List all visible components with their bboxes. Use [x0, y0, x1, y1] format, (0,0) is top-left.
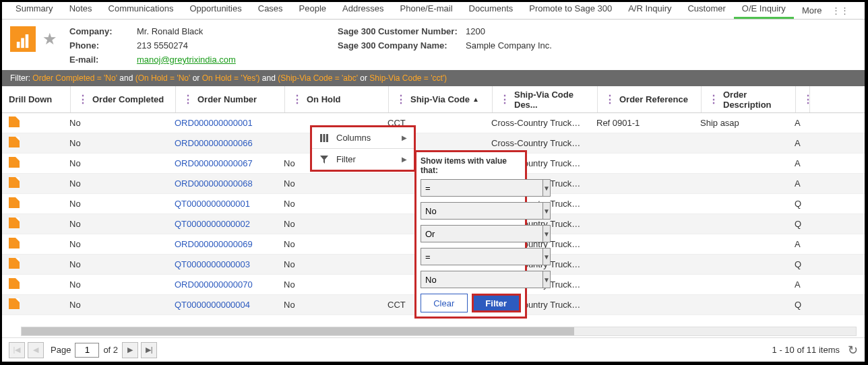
drill-down-icon[interactable]	[9, 258, 20, 269]
tab-a-r-inquiry[interactable]: A/R Inquiry	[620, 2, 679, 19]
column-order-description[interactable]: ⋮Order Description	[702, 86, 796, 112]
more-tab[interactable]: More	[797, 3, 828, 19]
drill-down-cell[interactable]	[2, 238, 63, 251]
column-order-reference[interactable]: ⋮Order Reference	[598, 86, 702, 112]
tab-promote-to-sage-300[interactable]: Promote to Sage 300	[521, 2, 620, 19]
pager-page-input[interactable]	[75, 343, 99, 358]
last-cell: A	[788, 279, 802, 290]
column-menu-icon[interactable]: ⋮	[604, 97, 614, 102]
apply-filter-button[interactable]: Filter	[474, 296, 520, 310]
column-menu-icon[interactable]: ⋮	[292, 97, 301, 102]
order-number-link[interactable]: QT0000000000001	[168, 199, 277, 209]
drill-down-icon[interactable]	[9, 218, 20, 228]
column-menu-icon[interactable]: ⋮	[396, 97, 405, 102]
tab-opportunities[interactable]: Opportunities	[181, 2, 249, 19]
table-row[interactable]: NoORD000000000001CCTCross-Country Trucki…	[2, 113, 865, 133]
tab-cases[interactable]: Cases	[250, 2, 291, 19]
drill-down-cell[interactable]	[2, 177, 63, 190]
completed-cell: No	[63, 279, 168, 290]
submenu-arrow-icon: ▶	[402, 134, 407, 141]
column-menu-icon[interactable]: ⋮	[78, 97, 87, 102]
column-menu-icon[interactable]: ⋮	[499, 97, 509, 102]
column-on-hold[interactable]: ⋮On Hold	[285, 86, 389, 112]
tab-documents[interactable]: Documents	[461, 2, 522, 19]
column-ship-via-code[interactable]: ⋮Ship-Via Code▲	[389, 86, 493, 112]
order-number-link[interactable]: QT0000000000004	[168, 300, 277, 310]
dropdown-arrow-icon[interactable]: ▼	[543, 271, 551, 288]
tab-o-e-inquiry[interactable]: O/E Inquiry	[734, 2, 794, 19]
tab-phone-e-mail[interactable]: Phone/E-mail	[392, 2, 461, 19]
order-number-link[interactable]: QT0000000000002	[168, 219, 277, 229]
drill-down-icon[interactable]	[9, 137, 20, 147]
order-number-link[interactable]: ORD000000000001	[168, 118, 277, 128]
filter-operator-2[interactable]	[421, 248, 543, 265]
drill-down-cell[interactable]	[2, 117, 63, 129]
tab-customer[interactable]: Customer	[679, 2, 733, 19]
favorite-star-icon[interactable]: ★	[42, 30, 57, 48]
tab-communications[interactable]: Communications	[100, 2, 182, 19]
scrollbar-thumb[interactable]	[22, 327, 574, 335]
column-drill-down[interactable]: Drill Down	[2, 86, 71, 112]
menu-item-columns[interactable]: Columns ▶	[312, 127, 414, 148]
drill-down-cell[interactable]	[2, 137, 63, 150]
column-menu-icon[interactable]: ⋮	[803, 97, 812, 102]
more-dots-icon[interactable]: ⋮⋮	[829, 3, 852, 19]
s300-number-value: 1200	[466, 26, 614, 36]
drill-down-cell[interactable]	[2, 278, 63, 291]
column-menu-icon[interactable]: ⋮	[708, 97, 718, 102]
tab-summary[interactable]: Summary	[7, 2, 61, 19]
column-last[interactable]: ⋮	[796, 86, 810, 112]
pager-last-button[interactable]: ▶|	[141, 342, 157, 358]
order-number-link[interactable]: ORD000000000069	[168, 239, 277, 249]
filter-value-1[interactable]	[421, 202, 543, 220]
email-link[interactable]: manoj@greytrixindia.com	[137, 55, 285, 65]
dropdown-arrow-icon[interactable]: ▼	[543, 225, 551, 242]
tab-addresses[interactable]: Addresses	[334, 2, 392, 19]
pager-of-label: of 2	[103, 345, 118, 355]
filter-value-2[interactable]	[421, 271, 543, 288]
order-number-link[interactable]: ORD000000000066	[168, 138, 277, 148]
last-cell: A	[788, 178, 802, 189]
drill-down-icon[interactable]	[9, 177, 20, 188]
column-ship-via-desc[interactable]: ⋮Ship-Via Code Des...	[493, 86, 598, 112]
drill-down-icon[interactable]	[9, 298, 20, 309]
order-number-link[interactable]: QT0000000000003	[168, 259, 277, 269]
pager-next-button[interactable]: ▶	[122, 342, 138, 358]
drill-down-cell[interactable]	[2, 157, 63, 170]
drill-down-cell[interactable]	[2, 258, 63, 271]
menu-item-filter[interactable]: Filter ▶	[312, 148, 414, 170]
tab-notes[interactable]: Notes	[61, 2, 100, 19]
filter-logic-operator[interactable]	[421, 225, 543, 242]
ship-via-desc-cell: Cross-Country Trucking ...	[485, 118, 590, 128]
dropdown-arrow-icon[interactable]: ▼	[543, 202, 551, 220]
order-number-link[interactable]: ORD000000000070	[168, 279, 277, 290]
column-menu-icon[interactable]: ⋮	[183, 97, 192, 102]
drill-down-cell[interactable]	[2, 298, 63, 311]
drill-down-icon[interactable]	[9, 278, 20, 289]
drill-down-icon[interactable]	[9, 197, 20, 208]
drill-down-icon[interactable]	[9, 157, 20, 168]
horizontal-scrollbar[interactable]	[21, 327, 857, 336]
order-number-link[interactable]: ORD000000000068	[168, 178, 277, 189]
column-order-completed[interactable]: ⋮Order Completed	[71, 86, 176, 112]
sort-asc-icon: ▲	[472, 96, 479, 103]
drill-down-cell[interactable]	[2, 218, 63, 230]
column-order-number[interactable]: ⋮Order Number	[176, 86, 285, 112]
drill-down-icon[interactable]	[9, 117, 20, 127]
filter-operator-1[interactable]	[421, 179, 543, 197]
last-cell: Q	[788, 219, 802, 229]
top-tabs: SummaryNotesCommunicationsOpportunitiesC…	[2, 2, 865, 20]
order-number-link[interactable]: ORD000000000067	[168, 158, 277, 168]
refresh-icon[interactable]: ↻	[848, 343, 858, 358]
pager-first-button[interactable]: |◀	[9, 342, 25, 358]
completed-cell: No	[63, 158, 168, 168]
phone-label: Phone:	[69, 40, 137, 51]
pager-prev-button[interactable]: ◀	[28, 342, 44, 358]
drill-down-icon[interactable]	[9, 238, 20, 248]
tab-people[interactable]: People	[291, 2, 334, 19]
drill-down-cell[interactable]	[2, 197, 63, 210]
clear-filter-button[interactable]: Clear	[421, 294, 468, 312]
dropdown-arrow-icon[interactable]: ▼	[543, 248, 551, 265]
completed-cell: No	[63, 118, 168, 128]
dropdown-arrow-icon[interactable]: ▼	[543, 179, 551, 197]
